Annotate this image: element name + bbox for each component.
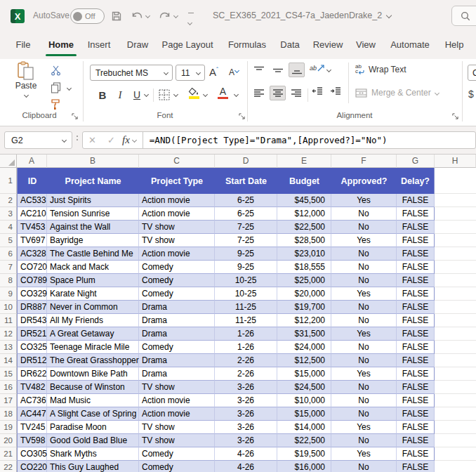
cell-start-date[interactable]: 3-26 [215,381,277,394]
cell-project-type[interactable]: Action movie [139,407,215,421]
cell-budget[interactable]: $19,700 [277,301,331,314]
cell-budget[interactable]: $22,500 [277,434,331,447]
merge-center-dropdown-chevron[interactable] [435,90,439,95]
orientation-dropdown-chevron[interactable] [326,67,331,72]
cell-project-type[interactable]: Drama [139,367,215,381]
paste-button[interactable]: Paste [10,61,42,109]
cell-budget[interactable]: $20,000 [277,287,331,301]
cell-project-name[interactable]: Tension Sunrise [47,207,139,221]
cell-project-name[interactable]: Shark Myths [47,447,139,461]
merge-center-button[interactable]: Merge & Center [355,88,439,98]
cell-delay[interactable]: FALSE [397,221,435,234]
tab-view[interactable]: View [356,39,376,50]
cell-start-date[interactable]: 6-25 [215,194,277,207]
cell-project-name[interactable]: Space Plum [47,274,139,287]
cell-id[interactable]: DR887 [17,301,47,314]
cell-empty[interactable] [435,407,476,421]
cell-id[interactable]: CO305 [17,447,47,461]
cell-project-name[interactable]: A Great Getaway [47,327,139,341]
cell-delay[interactable]: FALSE [397,341,435,354]
undo-dropdown-chevron[interactable] [145,13,150,18]
cell-project-name[interactable]: All My Friends [47,314,139,327]
cell-delay[interactable]: FALSE [397,381,435,394]
cell-start-date[interactable]: 3-26 [215,421,277,434]
row-number[interactable]: 21 [0,447,17,461]
cell-delay[interactable]: FALSE [397,421,435,434]
cell-delay[interactable]: FALSE [397,194,435,207]
cell-project-type[interactable]: Action movie [139,207,215,221]
copy-icon[interactable] [51,82,61,93]
cell-delay[interactable]: FALSE [397,394,435,407]
cell-start-date[interactable]: 10-25 [215,287,277,301]
cell-id[interactable]: DR521 [17,327,47,341]
undo-icon[interactable] [131,11,143,21]
header-cell-id[interactable]: ID [17,168,47,194]
cell-project-name[interactable]: Downtown Bike Path [47,367,139,381]
column-letter[interactable]: C [139,155,215,168]
cell-project-name[interactable]: Just Spirits [47,194,139,207]
cell-budget[interactable]: $23,010 [277,247,331,261]
row-number[interactable]: 7 [0,261,17,274]
cell-project-type[interactable]: TV show [139,421,215,434]
tab-help[interactable]: Help [445,39,464,50]
cell-approved[interactable]: No [331,221,397,234]
formula-input-bar[interactable]: ✕ ✓ fx =AND([Project Type]="Drama",[Appr… [82,131,476,149]
cell-project-name[interactable]: Mad Music [47,394,139,407]
cell-empty[interactable] [435,461,476,472]
cell-empty[interactable] [435,274,476,287]
decrease-font-size-button[interactable]: A [229,67,239,77]
row-number[interactable]: 14 [0,354,17,367]
header-cell-budget[interactable]: Budget [277,168,331,194]
cell-project-name[interactable]: Paradise Moon [47,421,139,434]
cell-approved[interactable]: No [331,274,397,287]
cell-delay[interactable]: FALSE [397,247,435,261]
cell-approved[interactable]: No [331,261,397,274]
increase-font-size-button[interactable]: Aˆ [209,66,218,78]
cell-id[interactable]: DR512 [17,354,47,367]
cell-id[interactable]: AC736 [17,394,47,407]
cell-budget[interactable]: $15,000 [277,367,331,381]
quick-access-toolbar-chevron[interactable] [188,13,194,27]
row-number[interactable]: 9 [0,287,17,301]
font-name-combo[interactable]: Trebuchet MS [90,65,173,81]
cell-delay[interactable]: FALSE [397,354,435,367]
accounting-format-button[interactable]: $ [468,88,474,100]
cell-start-date[interactable]: 3-26 [215,407,277,421]
cell-project-type[interactable]: TV show [139,381,215,394]
cell-approved[interactable]: Yes [331,421,397,434]
fill-color-dropdown-chevron[interactable] [203,92,208,97]
cell-start-date[interactable]: 9-25 [215,261,277,274]
tab-page-layout[interactable]: Page Layout [161,39,213,50]
cell-delay[interactable]: FALSE [397,274,435,287]
cell-id[interactable]: TV697 [17,234,47,247]
row-number[interactable]: 12 [0,327,17,341]
column-letter[interactable]: B [47,155,139,168]
cell-project-type[interactable]: TV show [139,234,215,247]
header-cell-approved[interactable]: Approved? [331,168,397,194]
cell-id[interactable]: CO329 [17,287,47,301]
row-number[interactable]: 20 [0,434,17,447]
formula-text[interactable]: =AND([Project Type]="Drama",[Approved?]=… [150,135,388,145]
cell-budget[interactable]: $12,000 [277,207,331,221]
cell-id[interactable]: TV245 [17,421,47,434]
cell-empty[interactable] [435,301,476,314]
cell-budget[interactable]: $22,500 [277,221,331,234]
tab-file[interactable]: File [16,39,31,50]
cell-delay[interactable]: FALSE [397,367,435,381]
cell-empty[interactable] [435,434,476,447]
cell-project-type[interactable]: Drama [139,327,215,341]
cell-start-date[interactable]: 3-26 [215,394,277,407]
row-number[interactable]: 17 [0,394,17,407]
borders-icon[interactable] [159,89,170,100]
cell-project-name[interactable]: Teenage Miracle Mile [47,341,139,354]
increase-indent-button[interactable] [330,86,341,96]
cell-start-date[interactable]: 10-25 [215,274,277,287]
row-number[interactable]: 11 [0,314,17,327]
cell-empty[interactable] [435,367,476,381]
cell-delay[interactable]: FALSE [397,261,435,274]
fx-dropdown-chevron[interactable] [132,138,137,143]
cell-id[interactable]: AC533 [17,194,47,207]
cell-project-name[interactable]: Karate Night [47,287,139,301]
row-number[interactable]: 3 [0,207,17,221]
wrap-text-button[interactable]: ab c Wrap Text [355,65,406,75]
